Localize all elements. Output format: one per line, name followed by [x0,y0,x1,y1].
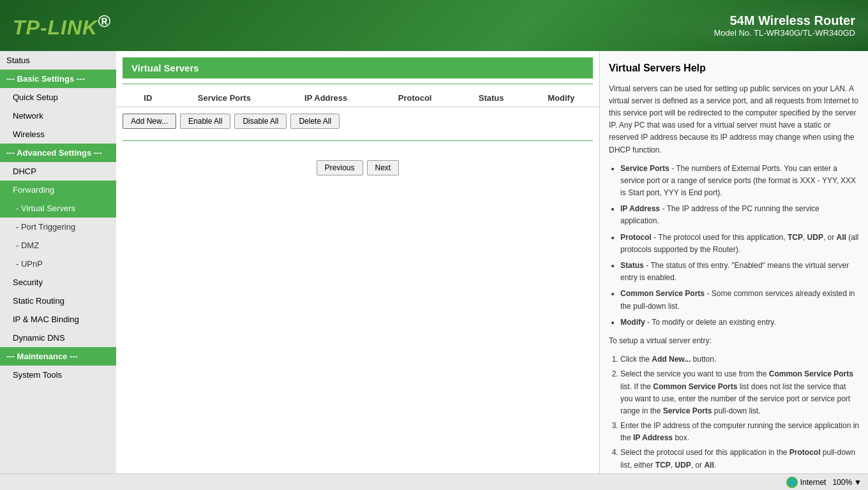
delete-all-button[interactable]: Delete All [290,114,340,129]
help-bullet-modify: Modify - To modify or delete an existing… [620,316,859,329]
help-bullets: Service Ports - The numbers of External … [620,163,859,329]
sidebar-item-status[interactable]: Status [0,51,116,70]
help-bullet-service-ports: Service Ports - The numbers of External … [620,163,859,200]
bullet-desc-status: - The status of this entry. "Enabled" me… [620,261,849,282]
help-step-1: Click the Add New... button. [620,353,859,366]
sidebar-item-virtual-servers[interactable]: - Virtual Servers [0,199,116,218]
sidebar-section-advanced: --- Advanced Settings --- [0,144,116,162]
help-step-4: Select the protocol used for this applic… [620,447,859,471]
main-layout: Status --- Basic Settings --- Quick Setu… [0,51,868,473]
page-title: Virtual Servers [123,57,593,78]
help-bullet-ip-address: IP Address - The IP address of the PC ru… [620,203,859,227]
enable-all-button[interactable]: Enable All [180,114,230,129]
model-title: 54M Wireless Router [714,13,855,28]
sidebar-item-port-triggering[interactable]: - Port Triggering [0,218,116,236]
help-bullet-protocol: Protocol - The protocol used for this ap… [620,232,859,256]
nav-buttons: Previous Next [116,154,599,182]
sidebar-item-quick-setup[interactable]: Quick Setup [0,88,116,107]
help-steps: Click the Add New... button. Select the … [620,353,859,473]
bullet-term-ip: IP Address [620,204,660,213]
bullet-term-common: Common Service Ports [620,289,705,298]
sidebar-item-wireless[interactable]: Wireless [0,125,116,144]
sidebar-item-network[interactable]: Network [0,107,116,125]
sidebar-item-dmz[interactable]: - DMZ [0,236,116,255]
help-panel: Virtual Servers Help Virtual servers can… [600,51,868,473]
next-button[interactable]: Next [367,160,400,175]
col-header-service: Service Ports [174,93,275,103]
sidebar-item-ip-mac-binding[interactable]: IP & MAC Binding [0,310,116,329]
sidebar-item-forwarding[interactable]: Forwarding [0,181,116,199]
col-header-id: ID [123,93,174,103]
statusbar-internet: 🌐 Internet [786,477,827,488]
logo-text: TP-LINK [13,16,98,39]
col-header-ip: IP Address [275,93,377,103]
sidebar-item-upnp[interactable]: - UPnP [0,255,116,273]
col-header-status: Status [453,93,530,103]
main-panel: Virtual Servers ID Service Ports IP Addr… [116,51,600,473]
action-buttons: Add New... Enable All Disable All Delete… [116,107,599,135]
statusbar: 🌐 Internet 100% ▼ [0,473,868,490]
bullet-desc-modify: - To modify or delete an existing entry. [647,318,776,327]
sidebar-item-security[interactable]: Security [0,273,116,292]
sidebar-item-dynamic-dns[interactable]: Dynamic DNS [0,329,116,347]
help-title: Virtual Servers Help [609,60,859,77]
help-intro: Virtual servers can be used for setting … [609,83,859,156]
content-area: Virtual Servers ID Service Ports IP Addr… [116,51,868,473]
bullet-desc-protocol: - The protocol used for this application… [620,233,858,254]
logo: TP-LINK® [13,11,111,40]
disable-all-button[interactable]: Disable All [234,114,287,129]
sidebar-section-basic: --- Basic Settings --- [0,70,116,88]
divider-bottom [123,140,593,141]
bullet-term-modify: Modify [620,318,645,327]
model-num: Model No. TL-WR340G/TL-WR340GD [714,28,855,38]
zoom-label: 100% [832,478,852,487]
sidebar-item-system-tools[interactable]: System Tools [0,366,116,384]
sidebar-item-static-routing[interactable]: Static Routing [0,292,116,310]
zoom-dropdown-icon[interactable]: ▼ [854,478,862,487]
col-header-protocol: Protocol [377,93,453,103]
header-model: 54M Wireless Router Model No. TL-WR340G/… [714,13,855,38]
help-bullet-status: Status - The status of this entry. "Enab… [620,260,859,284]
logo-tm: ® [98,11,111,31]
globe-icon: 🌐 [786,477,798,488]
zoom-control[interactable]: 100% ▼ [832,478,862,487]
bullet-term-status: Status [620,261,644,270]
help-setup-title: To setup a virtual server entry: [609,335,859,347]
add-new-button[interactable]: Add New... [123,114,176,129]
help-bullet-common-service: Common Service Ports - Some common servi… [620,288,859,312]
help-step-2: Select the service you want to use from … [620,368,859,417]
table-header: ID Service Ports IP Address Protocol Sta… [116,89,599,107]
bullet-term-service-ports: Service Ports [620,164,670,173]
sidebar: Status --- Basic Settings --- Quick Setu… [0,51,116,473]
help-step-3: Enter the IP address of the computer run… [620,420,859,444]
col-header-modify: Modify [529,93,593,103]
sidebar-item-dhcp[interactable]: DHCP [0,162,116,181]
divider-top [123,84,593,84]
internet-label: Internet [800,478,827,487]
bullet-term-protocol: Protocol [620,233,652,242]
header: TP-LINK® 54M Wireless Router Model No. T… [0,0,868,51]
previous-button[interactable]: Previous [317,160,363,175]
sidebar-section-maintenance: --- Maintenance --- [0,347,116,366]
